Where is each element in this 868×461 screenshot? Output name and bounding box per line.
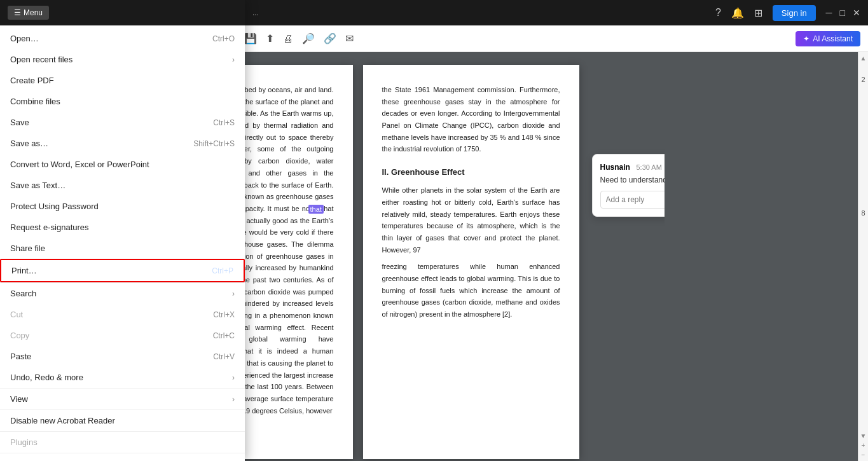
menu-item-20[interactable]: Window› [0,453,245,461]
hamburger-icon: ☰ [14,8,21,17]
menu-item-arrow-1: › [232,55,235,64]
menu-panel: ☰ Menu Open…Ctrl+OOpen recent files›Crea… [0,0,245,461]
menu-item-label-19: Plugins [10,437,38,447]
menu-item-label-5: Save as… [10,139,48,148]
menu-item-18[interactable]: Disable new Acrobat Reader [0,409,245,431]
menu-item-0[interactable]: Open…Ctrl+O [0,28,245,49]
menu-item-label-13: Cut [10,310,23,319]
menu-item-label-17: View [10,394,28,404]
menu-overlay: ☰ Menu Open…Ctrl+OOpen recent files›Crea… [0,0,868,461]
menu-item-label-15: Paste [10,352,31,361]
menu-item-label-11: Print… [11,266,37,275]
menu-item-arrow-17: › [232,395,235,404]
menu-item-label-12: Search [10,289,36,298]
menu-item-12[interactable]: Search› [0,282,245,304]
menu-item-6[interactable]: Convert to Word, Excel or PowerPoint [0,154,245,175]
menu-item-shortcut-14: Ctrl+C [213,331,235,340]
menu-item-label-18: Disable new Acrobat Reader [10,416,115,425]
menu-item-label-2: Create PDF [10,76,54,85]
menu-item-13: CutCtrl+X [0,304,245,325]
menu-item-label-4: Save [10,118,29,127]
menu-item-label-3: Combine files [10,97,60,106]
menu-item-label-0: Open… [10,34,39,43]
menu-item-label-16: Undo, Redo & more [10,373,83,382]
menu-header: ☰ Menu [0,0,245,25]
menu-item-16[interactable]: Undo, Redo & more› [0,367,245,388]
menu-item-label-8: Protect Using Password [10,202,99,211]
menu-item-8[interactable]: Protect Using Password [0,196,245,217]
menu-item-19: Plugins [0,431,245,453]
menu-item-4[interactable]: SaveCtrl+S [0,112,245,133]
menu-item-17[interactable]: View› [0,388,245,409]
menu-item-label-1: Open recent files [10,55,72,64]
menu-item-shortcut-0: Ctrl+O [212,34,235,43]
menu-item-15[interactable]: PasteCtrl+V [0,346,245,367]
menu-item-label-10: Share file [10,244,45,253]
menu-item-shortcut-4: Ctrl+S [213,118,235,127]
menu-button[interactable]: ☰ Menu [8,6,49,20]
menu-item-7[interactable]: Save as Text… [0,175,245,196]
menu-items-list: Open…Ctrl+OOpen recent files›Create PDFC… [0,25,245,461]
menu-item-shortcut-11: Ctrl+P [212,266,233,275]
menu-item-9[interactable]: Request e-signatures [0,217,245,238]
menu-item-shortcut-13: Ctrl+X [213,310,235,319]
menu-item-shortcut-15: Ctrl+V [213,352,235,361]
menu-item-label-6: Convert to Word, Excel or PowerPoint [10,160,149,169]
menu-item-2[interactable]: Create PDF [0,70,245,91]
menu-item-11[interactable]: Print…Ctrl+P [0,259,245,282]
menu-item-shortcut-5: Shift+Ctrl+S [193,139,235,148]
menu-item-1[interactable]: Open recent files› [0,49,245,70]
menu-item-5[interactable]: Save as…Shift+Ctrl+S [0,133,245,154]
menu-item-arrow-12: › [232,289,235,298]
menu-item-10[interactable]: Share file [0,238,245,259]
menu-item-label-7: Save as Text… [10,181,65,190]
menu-item-14: CopyCtrl+C [0,325,245,346]
menu-item-3[interactable]: Combine files [0,91,245,112]
menu-item-label-14: Copy [10,331,29,340]
menu-item-label-9: Request e-signatures [10,223,89,232]
menu-item-arrow-16: › [232,373,235,382]
